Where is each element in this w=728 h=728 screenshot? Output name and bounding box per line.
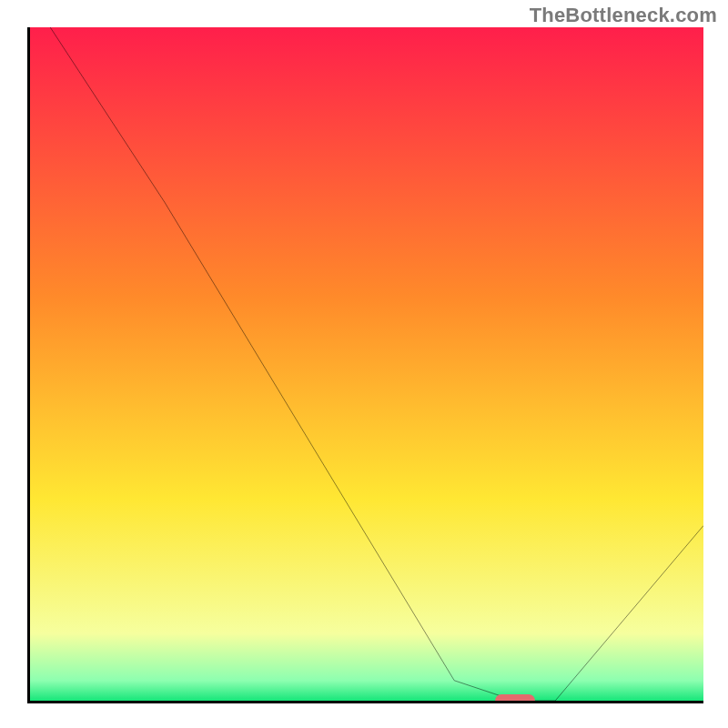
chart-plot-area xyxy=(27,27,703,703)
watermark-text: TheBottleneck.com xyxy=(530,4,717,27)
chart-marker xyxy=(495,694,535,703)
chart-line xyxy=(30,27,703,701)
